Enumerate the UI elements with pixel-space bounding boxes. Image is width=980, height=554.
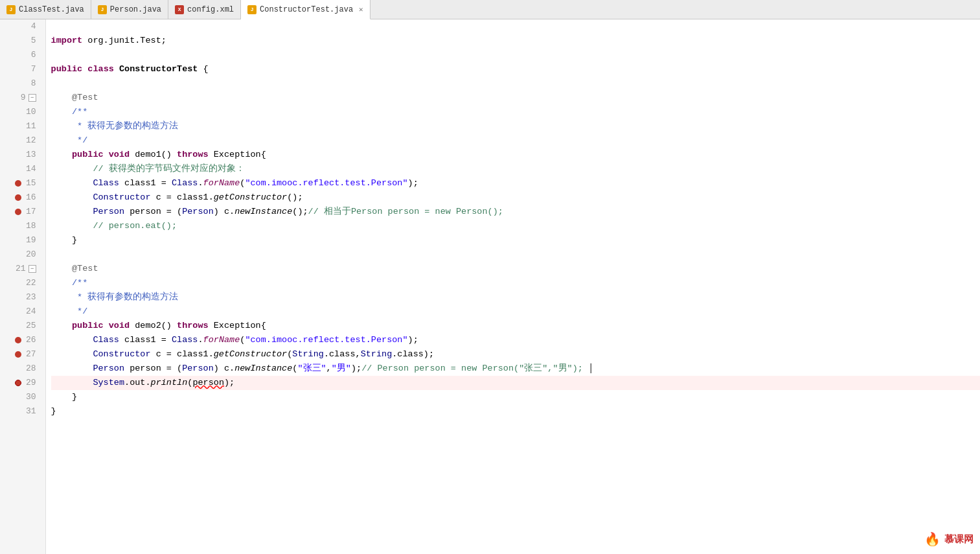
classname-7: ConstructorTest <box>119 62 198 76</box>
linenum-22: 22 <box>26 276 36 290</box>
tab-config[interactable]: X config.xml <box>168 0 241 19</box>
kw-void-25: void <box>109 319 130 333</box>
linenum-14: 14 <box>26 162 36 176</box>
line-num-28: 28 <box>3 362 40 376</box>
breakpoint-5 <box>18 34 28 48</box>
plain-27d: .class); <box>392 347 434 362</box>
code-lines[interactable]: import org.junit.Test; public class Cons… <box>46 19 980 554</box>
breakpoint-16[interactable] <box>13 190 23 205</box>
java-icon-classtest: J <box>6 5 16 14</box>
javadoc-22: /** <box>51 276 88 290</box>
plain-28c: ( <box>292 362 297 376</box>
breakpoint-21 <box>3 262 13 276</box>
breakpoint-20 <box>13 248 23 262</box>
str-28a: "张三" <box>297 362 326 376</box>
plain-17b: ) c. <box>214 205 234 219</box>
tab-classtest[interactable]: J ClassTest.java <box>0 0 91 19</box>
code-line-22: /** <box>51 276 980 290</box>
plain-15a: class1 = <box>119 176 172 190</box>
line-num-16: 16 <box>3 190 40 205</box>
breakpoint-4 <box>18 19 28 34</box>
code-line-11: * 获得无参数的构造方法 <box>51 119 980 133</box>
breakpoint-14 <box>13 162 23 176</box>
linenum-9: 9 <box>21 91 26 105</box>
code-line-10: /** <box>51 105 980 119</box>
constructor-type-16: Constructor <box>93 190 150 205</box>
code-line-13: public void demo1() throws Exception{ <box>51 148 980 162</box>
plain-25b: demo2() <box>130 319 177 333</box>
method-getconstr-27: getConstructor <box>214 347 287 362</box>
javadoc-10: /** <box>51 105 88 119</box>
person-type-17: Person <box>93 205 124 219</box>
line-num-30: 30 <box>3 390 40 404</box>
java-icon-person: J <box>98 5 107 14</box>
linenum-30: 30 <box>26 390 36 404</box>
breakpoint-15[interactable] <box>13 176 23 190</box>
person-type-28: Person <box>93 362 124 376</box>
line-num-14: 14 <box>3 162 40 176</box>
breakpoint-9 <box>8 91 18 105</box>
tab-person[interactable]: J Person.java <box>91 0 168 19</box>
breakpoint-8 <box>18 76 28 91</box>
fold-icon-9[interactable]: − <box>28 94 36 102</box>
javadoc-12: */ <box>51 133 88 148</box>
java-icon-constructortest: J <box>247 5 256 14</box>
comment-18: // person.eat(); <box>51 219 177 233</box>
code-line-21: @Test <box>51 262 980 276</box>
annotation-21: @Test <box>72 262 98 276</box>
line-num-10: 10 <box>3 105 40 119</box>
plain-7c: { <box>198 62 208 76</box>
code-line-12: */ <box>51 133 980 148</box>
class-type-26: Class <box>93 333 119 347</box>
breakpoint-24 <box>13 305 23 319</box>
linenum-25: 25 <box>26 319 36 333</box>
tab-label-constructortest: ConstructorTest.java <box>260 5 353 14</box>
indent-27 <box>51 347 93 362</box>
breakpoint-31 <box>13 404 23 419</box>
string-type-27a: String <box>292 347 324 362</box>
breakpoint-12 <box>13 133 23 148</box>
plain-26a: class1 = <box>119 333 172 347</box>
breakpoint-26[interactable] <box>13 333 23 347</box>
tab-close-icon[interactable]: ✕ <box>359 5 363 14</box>
code-line-14: // 获得类的字节码文件对应的对象： <box>51 162 980 176</box>
code-line-15: Class class1 = Class . forName ( "com.im… <box>51 176 980 190</box>
plain-28b: ) c. <box>214 362 234 376</box>
breakpoint-17[interactable] <box>13 205 23 219</box>
linenum-23: 23 <box>26 290 36 305</box>
fold-icon-21[interactable]: − <box>28 265 36 273</box>
code-line-23: * 获得有参数的构造方法 <box>51 290 980 305</box>
linenum-26: 26 <box>26 333 36 347</box>
plain-30: } <box>51 390 78 404</box>
plain-17c: (); <box>292 205 308 219</box>
plain-25a <box>104 319 109 333</box>
line-num-4: 4 <box>3 19 40 34</box>
line-num-7: 7 <box>3 62 40 76</box>
kw-public-7: public <box>51 62 83 76</box>
linenum-7: 7 <box>31 62 36 76</box>
javadoc-11: * 获得无参数的构造方法 <box>51 119 179 133</box>
indent-15 <box>51 176 93 190</box>
line-num-21: 21 − <box>3 262 40 276</box>
indent-13 <box>51 148 72 162</box>
line-num-17: 17 <box>3 205 40 219</box>
comment-14: // 获得类的字节码文件对应的对象： <box>51 162 245 176</box>
system-type-29: System <box>93 376 124 390</box>
watermark-text: 慕课网 <box>944 533 974 546</box>
plain-13b: demo1() <box>130 148 177 162</box>
kw-throws-25: throws <box>177 319 209 333</box>
breakpoint-27[interactable] <box>13 347 23 362</box>
plain-26b: . <box>198 333 203 347</box>
plain-15b: . <box>198 176 203 190</box>
code-line-4 <box>51 19 980 34</box>
breakpoint-13 <box>13 148 23 162</box>
linenum-20: 20 <box>26 248 36 262</box>
code-line-17: Person person = ( Person ) c. newInstanc… <box>51 205 980 219</box>
plain-7b <box>114 62 119 76</box>
annotation-9: @Test <box>72 91 98 105</box>
indent-21 <box>51 262 72 276</box>
tab-constructortest[interactable]: J ConstructorTest.java ✕ <box>241 0 370 19</box>
code-line-9: @Test <box>51 91 980 105</box>
plain-15c: ( <box>240 176 245 190</box>
javadoc-23: * 获得有参数的构造方法 <box>51 290 179 305</box>
